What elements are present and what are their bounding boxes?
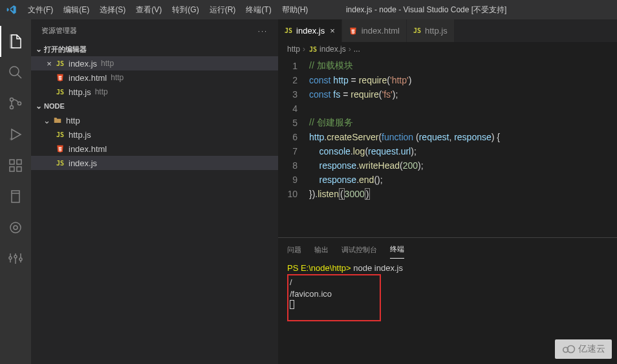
terminal-output-line: / xyxy=(290,277,332,288)
menu-item[interactable]: 运行(R) xyxy=(204,5,241,16)
code-line: 2 const http = require('http') xyxy=(278,73,617,87)
search-icon[interactable] xyxy=(0,57,31,88)
file-name: http.js xyxy=(69,87,91,97)
tab-problems[interactable]: 问题 xyxy=(287,245,301,259)
js-file-icon: JS xyxy=(54,89,66,96)
menu-item[interactable]: 终端(T) xyxy=(241,5,276,16)
line-number: 4 xyxy=(278,103,309,114)
js-file-icon: JS xyxy=(309,46,317,53)
menu-item[interactable]: 编辑(E) xyxy=(58,5,94,16)
svg-point-1 xyxy=(10,98,14,102)
js-file-icon: JS xyxy=(54,60,66,67)
tab-terminal[interactable]: 终端 xyxy=(390,244,404,259)
code-line: 7 console.log(request.url); xyxy=(278,144,617,158)
explorer-icon[interactable] xyxy=(0,26,31,57)
window-title: index.js - node - Visual Studio Code [不受… xyxy=(313,5,539,16)
tab-label: index.js xyxy=(296,26,325,36)
run-debug-icon[interactable] xyxy=(0,119,31,150)
vscode-logo-icon xyxy=(0,5,23,15)
bookmark-icon[interactable] xyxy=(0,181,31,212)
highlight-box: / /favicon.ico xyxy=(287,274,381,321)
chevron-down-icon: ⌄ xyxy=(34,45,44,54)
file-dir: http xyxy=(95,87,108,96)
source-control-icon[interactable] xyxy=(0,88,31,119)
open-editors-header[interactable]: ⌄ 打开的编辑器 xyxy=(31,42,278,56)
line-number: 3 xyxy=(278,89,309,100)
menu-item[interactable]: 帮助(H) xyxy=(277,5,314,16)
svg-point-3 xyxy=(18,102,21,105)
file-name: http.js xyxy=(69,130,91,140)
code-line: 4 xyxy=(278,102,617,116)
line-number: 10 xyxy=(278,189,309,199)
tree-folder[interactable]: ⌄ http xyxy=(31,113,278,127)
line-number: 6 xyxy=(278,132,309,142)
file-name: index.html xyxy=(69,144,107,154)
code-line: 8 response.writeHead(200); xyxy=(278,158,617,173)
svg-rect-5 xyxy=(10,160,14,164)
file-name: index.js xyxy=(69,158,97,168)
menu-item[interactable]: 查看(V) xyxy=(131,5,167,16)
menubar: 文件(F)编辑(E)选择(S)查看(V)转到(G)运行(R)终端(T)帮助(H) xyxy=(23,5,313,16)
extensions-icon[interactable] xyxy=(0,150,31,181)
js-file-icon: JS xyxy=(413,27,421,34)
terminal-output-line: /favicon.ico xyxy=(290,288,332,300)
line-number: 2 xyxy=(278,75,309,85)
editor-tab[interactable]: JS index.js × xyxy=(278,19,342,42)
editor-area: JS index.js × index.html JS http.js http… xyxy=(278,19,617,364)
terminal-cursor xyxy=(290,300,294,309)
menu-item[interactable]: 转到(G) xyxy=(167,5,204,16)
code-editor[interactable]: 1 // 加载模块 2 const http = require('http')… xyxy=(278,56,617,201)
terminal-prompt: PS E:\node\http> xyxy=(287,263,351,273)
tree-file[interactable]: index.html xyxy=(31,142,278,156)
menu-item[interactable]: 文件(F) xyxy=(23,5,58,16)
tree-file[interactable]: JS http.js xyxy=(31,127,278,142)
sidebar: 资源管理器 ··· ⌄ 打开的编辑器 × JS index.js http in… xyxy=(31,19,278,364)
open-editor-item[interactable]: index.html http xyxy=(31,70,278,85)
open-editor-item[interactable]: JS http.js http xyxy=(31,85,278,99)
svg-point-12 xyxy=(9,257,12,259)
open-editor-item[interactable]: × JS index.js http xyxy=(31,56,278,70)
code-line: 3 const fs = require('fs'); xyxy=(278,87,617,102)
html-file-icon xyxy=(54,73,66,82)
svg-point-13 xyxy=(14,255,17,258)
code-line: 10 }).listen(3000) xyxy=(278,187,617,201)
js-file-icon: JS xyxy=(285,27,292,34)
svg-point-0 xyxy=(10,67,19,76)
breadcrumb[interactable]: http › JS index.js › ... xyxy=(278,42,617,56)
editor-tab[interactable]: index.html xyxy=(342,19,407,42)
folder-label: http xyxy=(66,116,80,125)
watermark: 亿速云 xyxy=(555,339,612,359)
tab-debug-console[interactable]: 调试控制台 xyxy=(341,245,377,259)
tab-output[interactable]: 输出 xyxy=(314,245,329,259)
editor-tab[interactable]: JS http.js xyxy=(407,19,455,42)
line-number: 1 xyxy=(278,61,309,71)
tab-label: http.js xyxy=(425,26,448,36)
settings-sliders-icon[interactable] xyxy=(0,243,31,274)
target-icon[interactable] xyxy=(0,212,31,243)
line-number: 9 xyxy=(278,175,309,185)
svg-point-10 xyxy=(10,222,21,233)
tree-file[interactable]: JS index.js xyxy=(31,156,278,170)
more-actions-icon[interactable]: ··· xyxy=(258,27,268,35)
file-dir: http xyxy=(111,73,124,82)
file-name: index.html xyxy=(69,73,107,83)
close-icon[interactable]: × xyxy=(330,26,335,36)
folder-icon xyxy=(52,116,63,125)
terminal-command: node index.js xyxy=(353,263,403,273)
svg-point-11 xyxy=(14,226,17,230)
folder-header[interactable]: ⌄ NODE xyxy=(31,99,278,113)
sidebar-title: 资源管理器 xyxy=(41,26,77,36)
code-line: 1 // 加载模块 xyxy=(278,59,617,73)
svg-rect-7 xyxy=(17,167,21,171)
menu-item[interactable]: 选择(S) xyxy=(94,5,131,16)
chevron-down-icon: ⌄ xyxy=(34,102,44,111)
file-dir: http xyxy=(101,59,114,68)
svg-rect-6 xyxy=(10,167,14,171)
code-line: 6 http.createServer(function (request, r… xyxy=(278,130,617,144)
line-number: 7 xyxy=(278,146,309,156)
svg-rect-8 xyxy=(17,160,21,164)
code-line: 9 response.end(); xyxy=(278,173,617,187)
close-icon[interactable]: × xyxy=(44,59,54,69)
svg-rect-9 xyxy=(12,191,19,202)
panel-tabs: 问题 输出 调试控制台 终端 xyxy=(278,238,617,259)
